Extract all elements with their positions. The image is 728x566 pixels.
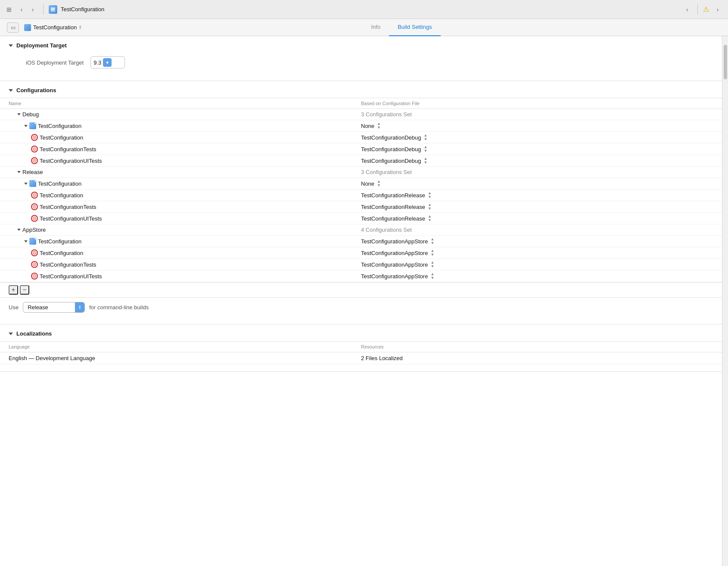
appstore-target2-stepper[interactable]: ▲▼: [430, 261, 434, 268]
debug-project-stepper[interactable]: ▲▼: [377, 122, 381, 130]
debug-target2-stepper[interactable]: ▲▼: [423, 145, 427, 153]
configurations-triangle: [9, 89, 13, 92]
appstore-project-stepper[interactable]: ▲▼: [430, 237, 434, 245]
sidebar-toggle-button[interactable]: ▭: [7, 22, 19, 33]
loc-row-english[interactable]: English — Development Language 2 Files L…: [0, 352, 722, 364]
appstore-triangle: [17, 229, 21, 231]
localizations-section: Localizations Language Resources English…: [0, 324, 722, 372]
debug-target2-value: TestConfigurationDebug ▲▼: [361, 145, 713, 153]
use-dropdown[interactable]: Release ⇕: [23, 302, 85, 313]
debug-project-name: TestConfiguration: [38, 123, 81, 129]
debug-group-row[interactable]: Debug 3 Configurations Set: [0, 109, 722, 120]
release-target2-value: TestConfigurationRelease ▲▼: [361, 203, 713, 211]
release-project-name-cell: TestConfiguration: [9, 180, 361, 187]
title-bar-right: ‹ ⚠ ›: [682, 4, 723, 15]
add-config-button[interactable]: +: [9, 285, 18, 295]
configurations-title: Configurations: [16, 87, 56, 93]
debug-project-value: None ▲▼: [361, 122, 713, 130]
release-target1-value: TestConfigurationRelease ▲▼: [361, 191, 713, 199]
tabs-bar: ▭ TestConfiguration ⇕ Info Build Setting…: [0, 19, 728, 36]
release-target2-stepper[interactable]: ▲▼: [428, 203, 432, 211]
release-target1-row[interactable]: TestConfiguration TestConfigurationRelea…: [0, 190, 722, 201]
col-name-header: Name: [9, 101, 361, 106]
appstore-name-cell: AppStore: [9, 227, 361, 233]
debug-project-triangle: [24, 125, 28, 127]
debug-target3-row[interactable]: TestConfigurationUITests TestConfigurati…: [0, 155, 722, 167]
project-stepper: ⇕: [78, 25, 82, 30]
appstore-project-value: TestConfigurationAppStore ▲▼: [361, 237, 713, 245]
debug-target1-row[interactable]: TestConfiguration TestConfigurationDebug…: [0, 132, 722, 143]
nav-right-button[interactable]: ›: [712, 4, 723, 15]
release-group-row[interactable]: Release 3 Configurations Set: [0, 167, 722, 178]
tab-build-settings[interactable]: Build Settings: [389, 19, 441, 36]
deployment-value: 9.3: [93, 59, 101, 66]
release-target1-name-cell: TestConfiguration: [9, 192, 361, 199]
debug-target1-stepper[interactable]: ▲▼: [423, 134, 427, 141]
release-project-file-icon: [29, 180, 36, 187]
use-dropdown-value: Release: [23, 302, 75, 312]
appstore-target1-stepper[interactable]: ▲▼: [430, 249, 434, 257]
deployment-dropdown-arrow[interactable]: ▼: [103, 58, 112, 67]
appstore-target1-value: TestConfigurationAppStore ▲▼: [361, 249, 713, 257]
appstore-target2-name: TestConfigurationTests: [40, 261, 96, 268]
release-project-value: None ▲▼: [361, 180, 713, 187]
release-target1-icon: [31, 192, 38, 199]
loc-table-header: Language Resources: [0, 341, 722, 352]
release-project-stepper[interactable]: ▲▼: [377, 180, 381, 187]
appstore-target3-value: TestConfigurationAppStore ▲▼: [361, 272, 713, 280]
use-dropdown-arrow[interactable]: ⇕: [75, 302, 84, 312]
appstore-project-row[interactable]: TestConfiguration TestConfigurationAppSt…: [0, 236, 722, 247]
release-target2-name: TestConfigurationTests: [40, 204, 96, 210]
appstore-target3-row[interactable]: TestConfigurationUITests TestConfigurati…: [0, 271, 722, 282]
nav-left-button[interactable]: ‹: [682, 4, 692, 15]
release-project-row[interactable]: TestConfiguration None ▲▼: [0, 178, 722, 190]
appstore-target1-name: TestConfiguration: [40, 250, 83, 256]
appstore-target3-name: TestConfigurationUITests: [40, 273, 102, 280]
back-button[interactable]: ‹: [16, 4, 27, 15]
appstore-group-row[interactable]: AppStore 4 Configurations Set: [0, 224, 722, 236]
localizations-triangle: [9, 333, 13, 335]
content-area: Deployment Target iOS Deployment Target …: [0, 36, 722, 566]
scrollbar-thumb[interactable]: [724, 45, 727, 79]
appstore-target1-row[interactable]: TestConfiguration TestConfigurationAppSt…: [0, 247, 722, 259]
deployment-row: iOS Deployment Target 9.3 ▼: [0, 53, 722, 74]
release-target3-stepper[interactable]: ▲▼: [428, 215, 432, 222]
configurations-header[interactable]: Configurations: [0, 81, 722, 98]
debug-count: 3 Configurations Set: [361, 111, 713, 118]
release-label: Release: [22, 169, 43, 175]
remove-config-button[interactable]: −: [20, 285, 29, 295]
debug-target2-row[interactable]: TestConfigurationTests TestConfiguration…: [0, 143, 722, 155]
debug-target1-icon: [31, 134, 38, 141]
localizations-header[interactable]: Localizations: [0, 324, 722, 341]
title-bar-nav: ‹ ›: [16, 4, 38, 15]
appstore-project-file-icon: [29, 238, 36, 245]
release-target3-name-cell: TestConfigurationUITests: [9, 215, 361, 222]
deployment-target-section: Deployment Target iOS Deployment Target …: [0, 36, 722, 81]
project-selector[interactable]: TestConfiguration ⇕: [24, 24, 82, 31]
main-content: Deployment Target iOS Deployment Target …: [0, 36, 728, 566]
grid-icon[interactable]: ⊞: [5, 6, 13, 13]
release-target3-row[interactable]: TestConfigurationUITests TestConfigurati…: [0, 213, 722, 224]
appstore-target3-icon: [31, 273, 38, 280]
appstore-target2-row[interactable]: TestConfigurationTests TestConfiguration…: [0, 259, 722, 271]
separator: [43, 4, 44, 15]
appstore-count: 4 Configurations Set: [361, 227, 713, 233]
release-target3-icon: [31, 215, 38, 222]
tab-info[interactable]: Info: [363, 19, 389, 36]
scrollbar-track[interactable]: [722, 36, 728, 566]
release-target2-row[interactable]: TestConfigurationTests TestConfiguration…: [0, 201, 722, 213]
release-target1-stepper[interactable]: ▲▼: [428, 191, 432, 199]
appstore-target2-value: TestConfigurationAppStore ▲▼: [361, 261, 713, 268]
forward-button[interactable]: ›: [28, 4, 38, 15]
deployment-target-header[interactable]: Deployment Target: [0, 36, 722, 53]
release-target1-name: TestConfiguration: [40, 192, 83, 199]
release-target2-icon: [31, 203, 38, 210]
config-toolbar: + −: [0, 282, 722, 298]
config-table-header: Name Based on Configuration File: [0, 98, 722, 109]
appstore-target3-stepper[interactable]: ▲▼: [430, 272, 434, 280]
debug-target3-stepper[interactable]: ▲▼: [423, 157, 427, 165]
debug-target3-name-cell: TestConfigurationUITests: [9, 157, 361, 164]
debug-project-row[interactable]: TestConfiguration None ▲▼: [0, 120, 722, 132]
ios-deployment-dropdown[interactable]: 9.3 ▼: [90, 56, 125, 68]
appstore-project-name: TestConfiguration: [38, 238, 81, 245]
